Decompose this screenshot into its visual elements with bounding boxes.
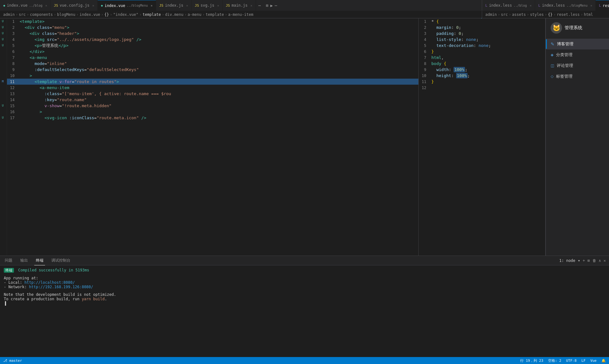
- play-icon[interactable]: ▶: [270, 3, 273, 8]
- terminal-tab-problems[interactable]: 问题: [3, 256, 14, 265]
- bc-index-str[interactable]: "index.vue": [113, 12, 138, 17]
- gutter-indicator: U: [0, 26, 3, 29]
- gutter-indicator: U: [0, 116, 3, 119]
- code-line: 9 :defaultSelectedKeys="defaultSelectedK…: [7, 67, 418, 73]
- network-url-link[interactable]: http://192.168.199.126:8080/: [29, 285, 93, 289]
- terminal-split-button[interactable]: ⊞: [587, 258, 590, 263]
- spaces-indicator[interactable]: 空格: 2: [548, 358, 561, 363]
- bc-a-menu[interactable]: a-menu: [188, 12, 201, 17]
- terminal-tab-debug[interactable]: 调试控制台: [50, 256, 72, 265]
- terminal-tab-output[interactable]: 输出: [19, 256, 29, 265]
- left-breadcrumb: admin › src › components › blogMenu › in…: [0, 11, 482, 18]
- rbc-src[interactable]: src: [501, 12, 508, 17]
- split-editor-icon[interactable]: ⊞: [266, 3, 268, 8]
- terminal-trash-button[interactable]: 🗑: [593, 258, 596, 263]
- tab-close-icon[interactable]: ✕: [530, 4, 532, 7]
- bc-div-menu[interactable]: div.menu: [165, 12, 184, 17]
- bc-index-vue[interactable]: index.vue: [80, 12, 100, 17]
- rbc-admin[interactable]: admin: [485, 12, 497, 17]
- rbc-reset-less[interactable]: reset.less: [557, 12, 580, 17]
- terminal-minimize-button[interactable]: ∧: [599, 258, 601, 263]
- sidebar-item-category[interactable]: ◈ 分类管理: [546, 49, 609, 60]
- blog-icon: ✎: [551, 42, 554, 47]
- tab-close-icon[interactable]: ✕: [151, 4, 153, 7]
- tab-index-less-blogmenu[interactable]: L index.less ../blogMenu ✕: [535, 0, 596, 11]
- sidebar-nav: ✎ 博客管理 ◈ 分类管理 ◫ 评论管理 ◇ 标签管理: [546, 39, 609, 82]
- bc-template2[interactable]: template: [206, 12, 224, 17]
- right-code-editor[interactable]: 1 * { 2 margin: 0; 3 padding: 0; 4 list-…: [419, 18, 545, 256]
- tab-svg-js[interactable]: JS svg.js ✕: [192, 0, 223, 11]
- line-ending-indicator[interactable]: LF: [581, 359, 586, 363]
- tab-reset-less[interactable]: L reset.less ✕: [596, 0, 609, 11]
- vue-file-icon: ◆: [3, 3, 5, 8]
- terminal-content[interactable]: 终端 Compiled successfully in 5193ms App r…: [0, 265, 609, 357]
- js-file-icon: JS: [195, 3, 199, 8]
- code-line: 8 mode="inline": [7, 61, 418, 67]
- rbc-assets[interactable]: assets: [512, 12, 526, 17]
- tab-vue-config[interactable]: JS vue.config.js ✕: [51, 0, 98, 11]
- code-line: 6 }: [419, 49, 545, 55]
- gutter-indicator: U: [0, 38, 3, 41]
- workspace: U U U U U M U U 1 <template>: [0, 18, 609, 256]
- tabs-bar: ◆ index.vue ../blog ✕ JS vue.config.js ✕…: [0, 0, 609, 11]
- tab-close-icon[interactable]: ✕: [251, 4, 252, 7]
- tab-close-icon[interactable]: ✕: [92, 4, 94, 7]
- terminal-tab-terminal[interactable]: 终端: [34, 256, 45, 265]
- left-code-editor[interactable]: 1 <template> 2 <div class="menu"> 3 <div…: [7, 18, 418, 256]
- code-line: 2 <div class="menu">: [7, 24, 418, 30]
- sidebar-item-label: 博客管理: [557, 41, 573, 47]
- rbc-styles[interactable]: styles: [530, 12, 544, 17]
- sidebar-item-comments[interactable]: ◫ 评论管理: [546, 60, 609, 71]
- tags-icon: ◇: [551, 74, 553, 79]
- git-branch-icon[interactable]: ⎇ master: [3, 359, 22, 363]
- terminal-line: 终端 Compiled successfully in 5193ms: [4, 268, 605, 273]
- code-line: 7 <a-menu: [7, 55, 418, 61]
- tab-close-icon[interactable]: ✕: [45, 4, 47, 7]
- terminal-controls: 1: node ▾ + ⊞ 🗑 ∧ ✕: [559, 258, 606, 263]
- less-file-icon: L: [599, 3, 601, 8]
- bc-components[interactable]: components: [30, 12, 53, 17]
- sidebar-item-blog[interactable]: ✎ 博客管理: [546, 39, 609, 49]
- tab-index-vue-blog[interactable]: ◆ index.vue ../blog ✕: [0, 0, 51, 11]
- code-line: 11 }: [419, 79, 545, 85]
- code-line: 12: [419, 85, 545, 91]
- encoding-indicator[interactable]: UTF-8: [566, 359, 577, 363]
- less-file-icon: L: [538, 3, 540, 8]
- bc-a-menu-item[interactable]: a-menu-item: [228, 12, 253, 17]
- code-line: 1 <template>: [7, 18, 418, 24]
- tab-close-icon[interactable]: ✕: [590, 4, 592, 7]
- more-actions-icon[interactable]: ⋯: [275, 3, 277, 8]
- code-line: 11 <template v-for="route in routes">: [7, 79, 418, 85]
- local-url-link[interactable]: http://localhost:8080/: [24, 280, 75, 285]
- tab-index-js[interactable]: JS index.js ✕: [156, 0, 192, 11]
- sidebar: 🐱 管理系统 ✎ 博客管理 ◈ 分类管理 ◫ 评论管理 ◇ 标签管理: [546, 18, 609, 256]
- right-editor-pane: 1 * { 2 margin: 0; 3 padding: 0; 4 list-…: [419, 18, 546, 256]
- terminal-add-button[interactable]: +: [583, 258, 585, 263]
- bc-blogmenu[interactable]: blogMenu: [57, 12, 75, 17]
- sidebar-item-tags[interactable]: ◇ 标签管理: [546, 71, 609, 82]
- bc-src[interactable]: src: [19, 12, 26, 17]
- js-file-icon: JS: [54, 3, 58, 8]
- tab-close-icon[interactable]: ✕: [186, 4, 188, 7]
- tab-index-vue-blogmenu[interactable]: ◆ index.vue ../blogMenu ✕: [98, 0, 156, 11]
- terminal-close-button[interactable]: ✕: [604, 258, 606, 263]
- rbc-html[interactable]: html: [584, 12, 593, 17]
- bc-admin[interactable]: admin: [3, 12, 15, 17]
- code-line: 5 <p>管理系统</p>: [7, 42, 418, 49]
- tab-close-icon[interactable]: ✕: [217, 4, 219, 7]
- vue-file-icon: ◆: [101, 3, 103, 8]
- gutter-indicator: U: [0, 104, 3, 107]
- line-col-indicator[interactable]: 行 19，列 23: [520, 358, 543, 363]
- bc-brace: {}: [104, 12, 109, 17]
- language-indicator[interactable]: Vue: [590, 359, 597, 363]
- comments-icon: ◫: [551, 63, 554, 68]
- tab-main-js[interactable]: JS main.js ✕: [223, 0, 256, 11]
- tabs-more-button[interactable]: ⋯: [256, 3, 264, 8]
- bc-template[interactable]: template: [142, 12, 161, 17]
- left-editor-pane: 1 <template> 2 <div class="menu"> 3 <div…: [7, 18, 419, 256]
- sidebar-title: 管理系统: [565, 25, 582, 31]
- js-file-icon: JS: [159, 3, 163, 8]
- notifications-icon[interactable]: 🔔: [601, 359, 606, 363]
- tab-index-less-blog[interactable]: L index.less ../blog ✕: [482, 0, 535, 11]
- status-left: ⎇ master: [3, 359, 22, 363]
